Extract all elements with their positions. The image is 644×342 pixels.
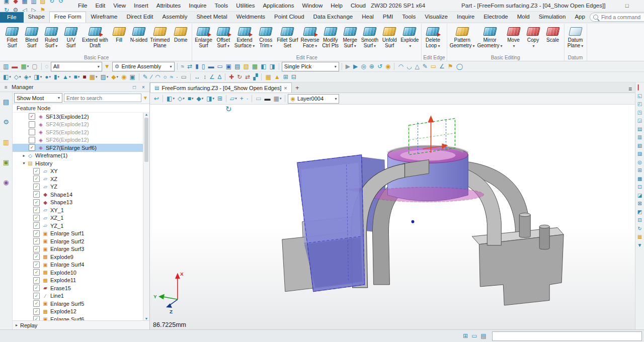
tree-item-sf25-explode12[interactable]: ◈SF25(Explode12) [13, 128, 143, 136]
tree-item-sf13-explode12[interactable]: ✓◈SF13(Explode12) [13, 113, 143, 121]
keyboard-display-icon[interactable]: ▤ [479, 331, 488, 340]
checkbox[interactable] [29, 137, 35, 143]
replay-bar[interactable]: ▸ Replay [13, 320, 149, 329]
document-tab[interactable]: ▤ FreeForm surfacing.Z3 - [04_Show Open … [150, 82, 292, 93]
tree-item-enlarge-surf4[interactable]: ✓▣Enlarge Surf4 [13, 261, 143, 269]
pattern-geometry-button[interactable]: PatternGeometry▾ [449, 24, 476, 49]
tree-item-history[interactable]: ▾▨History [13, 159, 143, 167]
tab-free-form[interactable]: Free Form [49, 12, 87, 23]
panel-gold-icon[interactable]: ▧ [242, 62, 250, 71]
explode-view-icon[interactable]: ◲ [637, 118, 642, 123]
align-curves-icon[interactable]: ≈ [180, 62, 186, 71]
app-window-icon[interactable]: ▣ [2, 0, 11, 6]
tab-tools[interactable]: Tools [397, 12, 420, 22]
command-search[interactable] [590, 13, 644, 22]
print-icon[interactable]: ▥ [29, 0, 38, 6]
balloon-icon[interactable]: ◎ [637, 159, 642, 165]
scroll-thumb[interactable] [144, 118, 148, 162]
dashed-circle-icon[interactable]: ◌ [44, 62, 50, 71]
checkbox[interactable] [29, 129, 35, 135]
menu-tools[interactable]: Tools [210, 1, 232, 11]
extend-surface-button[interactable]: ExtendSurface▾ [233, 24, 256, 49]
scroll-down-icon[interactable]: ▼ [145, 317, 148, 320]
layer-visibility-icon[interactable]: ▥ [2, 62, 10, 71]
tree-item-enlarge-surf5[interactable]: ✓▣Enlarge Surf5 [13, 300, 143, 308]
tab-shape[interactable]: Shape [24, 12, 49, 22]
visual-style-icon[interactable]: ◰ [637, 101, 642, 107]
manager-dock-icon[interactable]: □ [131, 84, 138, 90]
row-bottom-icon[interactable]: ▤ [233, 62, 241, 71]
tree-item-explode10[interactable]: ✓▩Explode10 [13, 269, 143, 277]
sphere-icon[interactable]: ●▾ [44, 72, 52, 81]
ruled-surf-button[interactable]: RuledSurf▾ [42, 24, 61, 49]
undo-icon[interactable]: ↺ [56, 0, 65, 6]
circle-tool-icon[interactable]: ○ [162, 72, 168, 81]
tree-item-enlarge-surf2[interactable]: ✓▣Enlarge Surf2 [13, 237, 143, 245]
annotation-icon[interactable]: ▤ [637, 126, 642, 132]
checkbox[interactable]: ✓ [33, 207, 40, 213]
tab-list-icon[interactable]: ≡ [628, 86, 632, 93]
column-left-icon[interactable]: ▮ [194, 62, 200, 71]
texture-icon[interactable]: ▨▾ [99, 72, 109, 81]
tab-wireframe[interactable]: Wireframe [86, 12, 122, 22]
tab-pmi[interactable]: PMI [378, 12, 397, 22]
expander-icon[interactable]: ▾ [21, 161, 27, 165]
menu-attributes[interactable]: Attributes [152, 1, 185, 11]
checkbox[interactable]: ✓ [33, 176, 40, 182]
tree-item-shape14[interactable]: ✓◆Shape14 [13, 191, 143, 199]
sync-icon[interactable]: ↻ [47, 0, 56, 6]
unfold-surf-button[interactable]: UnfoldSurf [380, 24, 399, 49]
camera-view-icon[interactable]: ⊡ [637, 184, 641, 190]
tree-item-yz[interactable]: ✓▱YZ [13, 183, 143, 191]
checkbox[interactable]: ✓ [33, 316, 40, 320]
tab-direct-edit[interactable]: Direct Edit [122, 12, 158, 22]
axis-toggle-icon[interactable]: + [239, 94, 245, 103]
command-search-input[interactable] [600, 14, 644, 21]
lasso-pick-icon[interactable]: ◡ [406, 62, 413, 71]
history-manager-icon[interactable]: ▤ [2, 97, 11, 106]
tab-visualize[interactable]: Visualize [420, 12, 452, 22]
section-mode-icon[interactable]: ◨▾ [205, 94, 215, 103]
scroll-up-icon[interactable]: ▲ [145, 113, 148, 116]
merge-surf-button[interactable]: MergeSurf▾ [341, 24, 360, 49]
tab-app[interactable]: App [570, 12, 589, 22]
checkbox[interactable] [29, 121, 35, 128]
offset-surf-button[interactable]: OffsetSurf▾ [214, 24, 233, 49]
note-icon[interactable]: ▧ [637, 143, 642, 148]
menu-view[interactable]: View [109, 1, 130, 11]
row-top-icon[interactable]: ▭ [216, 62, 223, 71]
tree-item-xy-1[interactable]: ✓▱XY_1 [13, 206, 143, 214]
hidden-line-icon[interactable]: ◈▾ [23, 72, 32, 81]
rect-tool-icon[interactable]: ▭ [180, 72, 188, 81]
save-icon[interactable]: ▦ [20, 0, 29, 6]
shaded-cube-icon[interactable]: ◧▾ [2, 72, 12, 81]
spline-tool-icon[interactable]: ≈ [169, 72, 175, 81]
checkbox[interactable]: ✓ [33, 222, 40, 229]
tree-item-erase15[interactable]: ✓▰Erase15 [13, 284, 143, 292]
selection-point[interactable] [411, 220, 414, 223]
copy-button[interactable]: Copy▾ [524, 24, 543, 49]
polygon-pick-icon[interactable]: △ [414, 62, 420, 71]
palette-icon[interactable]: ▦▾ [89, 72, 99, 81]
tree-item-explode9[interactable]: ✓▩Explode9 [13, 253, 143, 261]
tab-heal[interactable]: Heal [357, 12, 378, 22]
checkbox[interactable]: ✓ [33, 300, 40, 307]
triangle-measure-icon[interactable]: ∆ [217, 72, 222, 81]
cylinder-icon[interactable]: ▮▾ [53, 72, 60, 81]
u-v-surf-button[interactable]: U/VSurf [61, 24, 80, 49]
dim-horizontal-icon[interactable]: ↔ [193, 72, 201, 81]
sketch-icon[interactable]: ✎ [142, 72, 149, 81]
tab-close-icon[interactable]: × [284, 85, 287, 91]
menu-window[interactable]: Window [298, 1, 327, 11]
manager-search-input[interactable] [64, 94, 141, 102]
checkbox[interactable]: ✓ [29, 144, 35, 151]
menu-inquire[interactable]: Inquire [185, 1, 210, 11]
pick-mode-select[interactable]: Single Pick▾ [282, 62, 339, 71]
dimension-icon[interactable]: ▥ [637, 134, 642, 140]
scale-button[interactable]: Scale [543, 24, 562, 43]
app-logo-icon[interactable]: ◆ [11, 0, 20, 6]
view-cube-icon[interactable]: ■▾ [187, 94, 195, 103]
dim-vertical-icon[interactable]: ↕ [202, 72, 207, 81]
mirror-tool-icon[interactable]: ⇄ [244, 72, 251, 81]
checkbox[interactable]: ✓ [33, 184, 40, 190]
